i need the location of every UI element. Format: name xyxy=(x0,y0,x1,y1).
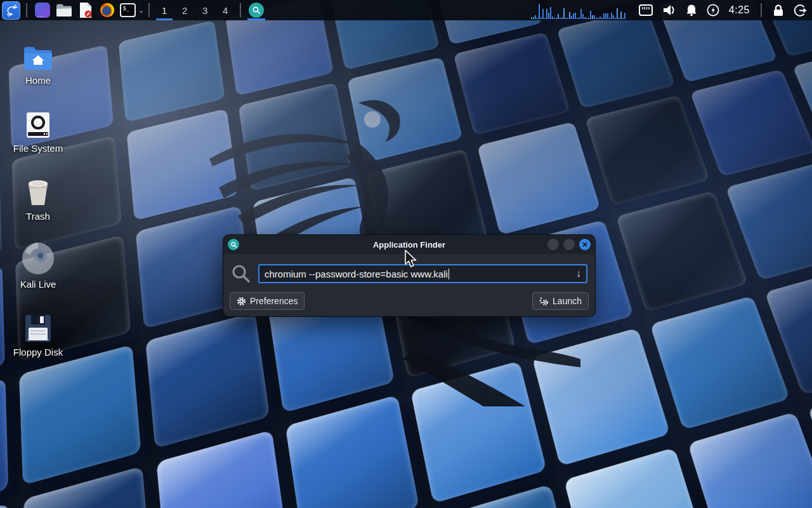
system-tray: 4:25 xyxy=(531,0,812,20)
terminal-icon: $_ xyxy=(120,3,136,17)
launcher-text-editor[interactable] xyxy=(75,0,96,20)
launcher-window-app[interactable] xyxy=(32,0,53,20)
launcher-file-manager[interactable] xyxy=(53,0,75,20)
firefox-icon xyxy=(100,3,115,18)
desktop-icon-file-system[interactable]: File System xyxy=(6,104,70,154)
launcher-terminal[interactable]: $_ xyxy=(118,0,137,20)
panel-separator xyxy=(761,3,762,17)
window-app-icon xyxy=(35,3,50,18)
desktop-icon-label: Kali Live xyxy=(6,279,70,290)
run-gears-icon xyxy=(539,297,549,306)
volume-icon[interactable] xyxy=(662,4,676,17)
terminal-dropdown-chevron[interactable]: ⌄ xyxy=(138,6,144,15)
command-input[interactable]: chromium --password-store=basic www.kali… xyxy=(258,264,587,283)
launcher-firefox[interactable] xyxy=(96,0,118,20)
panel-separator xyxy=(148,3,150,17)
workspace-3[interactable]: 3 xyxy=(195,0,215,20)
preferences-button[interactable]: Preferences xyxy=(230,292,304,310)
taskbar-appfinder-button[interactable] xyxy=(246,0,267,20)
desktop-icon-label: File System xyxy=(6,143,70,154)
minimize-button[interactable] xyxy=(547,239,559,250)
launch-button[interactable]: Launch xyxy=(532,292,589,310)
workspace-4[interactable]: 4 xyxy=(215,0,235,20)
desktop-root: Home File System Trash Kali Live xyxy=(0,0,812,508)
search-icon xyxy=(249,3,264,18)
trash-bin-icon xyxy=(23,178,53,207)
desktop-icon-label: Trash xyxy=(6,211,70,222)
lock-icon[interactable] xyxy=(773,4,784,17)
close-icon: ✕ xyxy=(582,241,587,248)
dialog-title: Application Finder xyxy=(223,240,595,250)
text-caret xyxy=(449,269,449,279)
top-panel: $_ ⌄ 1 2 3 4 xyxy=(0,0,812,20)
bell-icon[interactable] xyxy=(686,4,697,17)
desktop-icon-label: Home xyxy=(6,75,70,86)
home-folder-icon xyxy=(23,46,53,71)
dialog-titlebar[interactable]: Application Finder ✕ xyxy=(223,235,595,254)
ethernet-icon[interactable] xyxy=(639,4,653,16)
application-finder-window: Application Finder ✕ chromium --password… xyxy=(223,235,595,316)
workspace-2[interactable]: 2 xyxy=(174,0,195,20)
close-button[interactable]: ✕ xyxy=(579,239,591,250)
desktop-icon-label: Floppy Disk xyxy=(6,347,70,358)
desktop-icon-home[interactable]: Home xyxy=(6,36,70,86)
kali-menu-button[interactable] xyxy=(0,0,22,20)
kali-logo-icon xyxy=(2,1,20,20)
panel-separator xyxy=(26,3,27,17)
clock[interactable]: 4:25 xyxy=(729,4,750,16)
network-monitor-graph[interactable] xyxy=(531,0,629,20)
folder-icon xyxy=(56,3,72,17)
hard-drive-icon xyxy=(24,111,52,139)
panel-separator xyxy=(240,3,241,17)
desktop-icon-trash[interactable]: Trash xyxy=(6,171,70,222)
document-icon xyxy=(78,2,93,18)
command-input-value: chromium --password-store=basic www.kali xyxy=(265,269,448,279)
desktop-icon-floppy-disk[interactable]: Floppy Disk xyxy=(6,307,70,358)
input-dropdown-arrow-icon[interactable]: ↓ xyxy=(576,268,581,279)
gear-icon xyxy=(237,297,246,306)
maximize-button[interactable] xyxy=(563,239,575,250)
floppy-disk-icon xyxy=(23,314,53,343)
cd-disc-icon xyxy=(22,242,55,275)
desktop-icon-kali-live[interactable]: Kali Live xyxy=(6,239,70,290)
power-manager-icon[interactable] xyxy=(707,4,719,17)
dialog-body: chromium --password-store=basic www.kali… xyxy=(223,254,595,316)
workspace-1[interactable]: 1 xyxy=(154,0,174,20)
search-icon-large xyxy=(231,264,251,284)
logout-icon[interactable] xyxy=(794,4,807,17)
